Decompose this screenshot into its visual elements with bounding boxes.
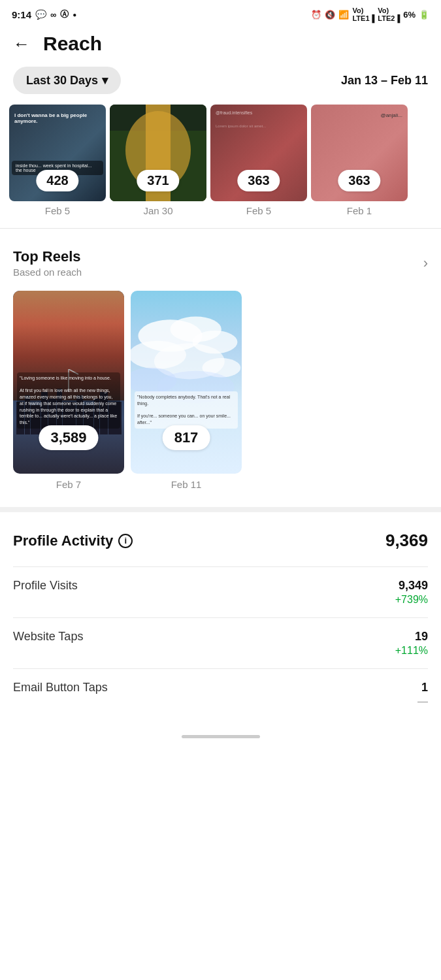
top-posts-row: I don't wanna be a big people anymore. i… bbox=[0, 105, 441, 221]
whatsapp-icon: 💬 bbox=[35, 9, 46, 20]
battery-percent: 6% bbox=[403, 10, 416, 20]
page-header: ← Reach bbox=[0, 26, 441, 64]
reel-badge-1: 3,589 bbox=[39, 425, 98, 450]
filter-row: Last 30 Days ▾ Jan 13 – Feb 11 bbox=[0, 64, 441, 105]
post-date-3: Feb 5 bbox=[210, 205, 307, 216]
filter-label: Last 30 Days bbox=[26, 74, 98, 88]
top-reels-header: Top Reels Based on reach › bbox=[0, 235, 441, 280]
profile-visits-label: Profile Visits bbox=[13, 579, 78, 593]
battery-icon: 🔋 bbox=[419, 10, 429, 20]
status-left: 9:14 💬 ∞ Ⓐ ● bbox=[12, 8, 76, 20]
website-taps-change: +111% bbox=[395, 645, 428, 657]
dot-icon: ● bbox=[73, 11, 76, 18]
a-icon: Ⓐ bbox=[60, 8, 69, 20]
profile-activity-header: Profile Activity i 9,369 bbox=[13, 531, 428, 551]
profile-activity-title-text: Profile Activity bbox=[13, 532, 113, 549]
date-range-label: Jan 13 – Feb 11 bbox=[341, 74, 428, 88]
post-date-2: Jan 30 bbox=[110, 205, 206, 216]
reel-date-2: Feb 11 bbox=[131, 479, 242, 490]
reel-item-2[interactable]: "Nobody completes anybody. That's not a … bbox=[131, 291, 242, 490]
time: 9:14 bbox=[12, 9, 31, 20]
profile-activity-total: 9,369 bbox=[385, 531, 428, 551]
top-reels-title-block: Top Reels Based on reach bbox=[13, 248, 82, 278]
post-item-4[interactable]: @anjali... 363 Feb 1 bbox=[311, 105, 408, 216]
home-indicator bbox=[182, 735, 260, 738]
status-right: ⏰ 🔇 📶 Vo)LTE1▐ Vo)LTE2▐ 6% 🔋 bbox=[311, 7, 429, 22]
post-item-1[interactable]: I don't wanna be a big people anymore. i… bbox=[9, 105, 106, 216]
signal-lte1: Vo)LTE1▐ bbox=[352, 7, 374, 22]
profile-visits-number: 9,349 bbox=[395, 579, 428, 593]
reel-date-1: Feb 7 bbox=[13, 479, 124, 490]
website-taps-label: Website Taps bbox=[13, 630, 83, 644]
post-item-2[interactable]: 371 Jan 30 bbox=[110, 105, 206, 216]
page-title: Reach bbox=[43, 33, 102, 55]
post-date-4: Feb 1 bbox=[311, 205, 408, 216]
reel-badge-2: 817 bbox=[163, 425, 210, 450]
profile-visits-change: +739% bbox=[395, 594, 428, 606]
back-button[interactable]: ← bbox=[13, 34, 30, 54]
status-bar: 9:14 💬 ∞ Ⓐ ● ⏰ 🔇 📶 Vo)LTE1▐ Vo)LTE2▐ 6% … bbox=[0, 0, 441, 26]
email-taps-values: 1 — bbox=[417, 681, 428, 708]
link-icon: ∞ bbox=[50, 10, 56, 20]
post-badge-3: 363 bbox=[237, 170, 280, 191]
reel-item-1[interactable]: "Loving someone is like moving into a ho… bbox=[13, 291, 124, 490]
activity-row-email-taps: Email Button Taps 1 — bbox=[13, 668, 428, 719]
divider-2 bbox=[0, 507, 441, 512]
chevron-down-icon: ▾ bbox=[102, 73, 108, 88]
email-taps-number: 1 bbox=[417, 681, 428, 694]
alarm-icon: ⏰ bbox=[311, 10, 321, 20]
info-icon[interactable]: i bbox=[118, 534, 133, 548]
mute-icon: 🔇 bbox=[325, 10, 335, 20]
profile-activity-title-group: Profile Activity i bbox=[13, 532, 133, 549]
post-date-1: Feb 5 bbox=[9, 205, 106, 216]
top-reels-subtitle: Based on reach bbox=[13, 267, 82, 278]
post-badge-2: 371 bbox=[137, 170, 179, 191]
activity-row-website-taps: Website Taps 19 +111% bbox=[13, 617, 428, 668]
email-taps-label: Email Button Taps bbox=[13, 681, 108, 694]
post-item-3[interactable]: @fraud.intensifies Lorem ipsum dolor sit… bbox=[210, 105, 307, 216]
website-taps-number: 19 bbox=[395, 630, 428, 644]
date-filter-button[interactable]: Last 30 Days ▾ bbox=[13, 67, 121, 94]
post-badge-4: 363 bbox=[338, 170, 380, 191]
bottom-bar bbox=[0, 719, 441, 749]
website-taps-values: 19 +111% bbox=[395, 630, 428, 657]
reel-thumb-2: "Nobody completes anybody. That's not a … bbox=[131, 291, 242, 474]
reel-thumb-1: "Loving someone is like moving into a ho… bbox=[13, 291, 124, 474]
top-reels-title: Top Reels bbox=[13, 248, 82, 265]
profile-activity-section: Profile Activity i 9,369 Profile Visits … bbox=[0, 512, 441, 719]
signal-lte2: Vo)LTE2▐ bbox=[378, 7, 400, 22]
activity-row-profile-visits: Profile Visits 9,349 +739% bbox=[13, 566, 428, 617]
post-badge-1: 428 bbox=[36, 170, 78, 191]
email-taps-change: — bbox=[417, 696, 428, 708]
reels-row: "Loving someone is like moving into a ho… bbox=[0, 280, 441, 500]
divider-1 bbox=[0, 228, 441, 229]
top-reels-chevron[interactable]: › bbox=[423, 255, 428, 272]
profile-visits-values: 9,349 +739% bbox=[395, 579, 428, 606]
wifi-icon: 📶 bbox=[338, 10, 349, 20]
